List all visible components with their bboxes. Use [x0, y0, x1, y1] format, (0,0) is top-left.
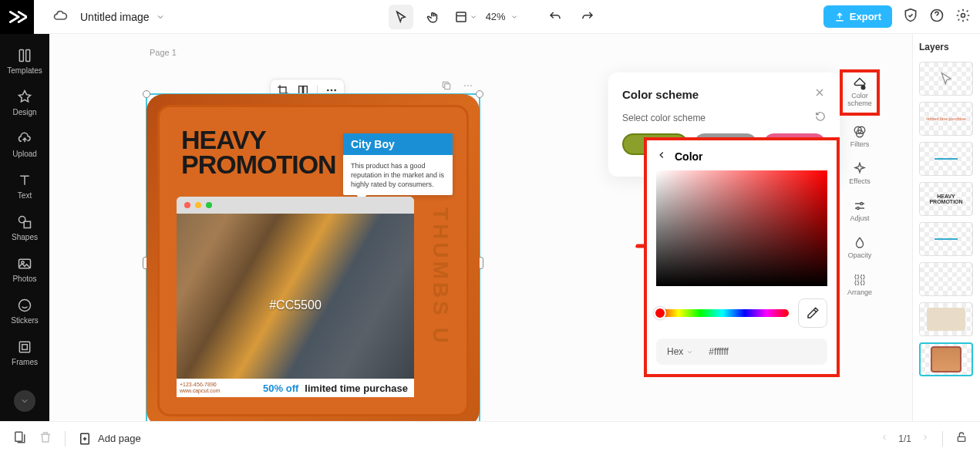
sidebar-shapes[interactable]: Shapes [0, 208, 49, 247]
undo-button[interactable] [543, 5, 567, 29]
layer-thumb[interactable] [919, 342, 973, 376]
arrange-tool[interactable]: Arrange [847, 268, 872, 301]
sidebar-text[interactable]: Text [0, 167, 49, 205]
cloud-icon[interactable] [52, 8, 68, 26]
svg-point-16 [334, 89, 336, 92]
svg-point-18 [464, 85, 466, 86]
zoom-level[interactable]: 42% [486, 11, 518, 22]
more-icon[interactable] [463, 80, 473, 94]
callout-title: City Boy [343, 133, 453, 155]
close-icon[interactable] [813, 86, 826, 102]
trash-icon[interactable] [39, 430, 52, 447]
lock-icon[interactable] [955, 431, 968, 446]
hand-tool[interactable] [421, 5, 446, 29]
resize-tool[interactable] [453, 5, 478, 29]
chevron-down-icon [510, 13, 518, 21]
panel-title: Color scheme [622, 88, 699, 101]
callout-box: City Boy This product has a good reputat… [343, 133, 453, 195]
sidebar-templates[interactable]: Templates [0, 42, 49, 80]
document-title[interactable]: Untitled image [80, 11, 165, 23]
bottom-bar: Add page 1/1 [0, 421, 980, 455]
chevron-down-icon [470, 13, 477, 21]
filters-tool[interactable]: Filters [850, 120, 870, 153]
sidebar-more[interactable] [14, 390, 35, 412]
effects-tool[interactable]: Effects [849, 157, 870, 190]
svg-point-2 [961, 13, 965, 17]
layer-thumb[interactable] [919, 62, 973, 96]
discount-text: 50% off [263, 383, 298, 394]
product-photo: #CC5500 [177, 214, 414, 397]
layers-title: Layers [919, 42, 974, 52]
hex-input-row: Hex #ffffff [656, 339, 827, 365]
redo-button[interactable] [575, 5, 600, 29]
svg-point-19 [467, 85, 469, 86]
svg-point-14 [327, 89, 329, 92]
opacity-tool[interactable]: Opacity [848, 231, 872, 264]
canvas-area[interactable]: Page 1 HEAVY PROMOTION [49, 34, 912, 421]
cta-text: limited time purchase [305, 383, 408, 394]
top-center-tools: 42% [389, 5, 600, 29]
sidebar-photos[interactable]: Photos [0, 250, 49, 288]
app-logo[interactable] [0, 0, 34, 34]
color-scheme-tool[interactable]: Color scheme [840, 69, 880, 116]
sidebar-stickers[interactable]: Stickers [0, 292, 49, 330]
layer-thumb[interactable] [919, 222, 973, 256]
hue-handle[interactable] [654, 307, 666, 319]
layer-thumb[interactable]: HEAVY PROMOTION [919, 182, 973, 216]
eyedropper-button[interactable] [798, 298, 827, 328]
adjust-tool[interactable]: Adjust [850, 194, 869, 227]
saturation-value-picker[interactable] [656, 170, 827, 286]
left-sidebar: Templates Design Upload Text Shapes Phot… [0, 34, 49, 421]
artboard-selection[interactable]: HEAVY PROMOTION City Boy This product ha… [146, 94, 480, 421]
layer-thumb[interactable] [919, 262, 973, 296]
sidebar-design[interactable]: Design [0, 83, 49, 122]
layer-thumb[interactable] [919, 142, 973, 176]
page-indicator: 1/1 [898, 433, 911, 444]
callout-body: This product has a good reputation in th… [343, 155, 453, 195]
page-navigation: 1/1 [880, 431, 968, 447]
select-tool[interactable] [389, 5, 413, 29]
page-label: Page 1 [150, 48, 177, 57]
zoom-value: 42% [486, 11, 506, 22]
browser-mockup: #CC5500 [177, 197, 414, 397]
artboard: HEAVY PROMOTION City Boy This product ha… [146, 94, 480, 421]
reset-icon[interactable] [815, 111, 826, 124]
back-icon[interactable] [656, 150, 667, 163]
color-picker-title: Color [675, 150, 703, 163]
svg-point-21 [861, 86, 865, 89]
next-page[interactable] [921, 433, 930, 444]
top-right: Export [823, 5, 971, 28]
layer-thumb[interactable]: limited time purchase [919, 102, 973, 136]
add-page-button[interactable]: Add page [78, 432, 141, 446]
layers-panel: Layers limited time purchase HEAVY PROMO… [912, 34, 980, 421]
color-format-select[interactable]: Hex [667, 346, 693, 357]
promo-footer: +123-456-7890 www.capcut.com 50% off lim… [177, 379, 414, 397]
svg-point-25 [860, 202, 863, 204]
svg-point-20 [470, 85, 472, 86]
svg-rect-12 [299, 86, 303, 95]
svg-point-9 [19, 299, 31, 311]
sidebar-frames[interactable]: Frames [0, 333, 49, 372]
hex-overlay: #CC5500 [269, 298, 322, 312]
add-page-icon [78, 432, 92, 446]
top-bar: Untitled image 42% Export [0, 0, 980, 34]
svg-rect-0 [456, 12, 466, 22]
hue-slider[interactable] [656, 309, 789, 317]
help-icon[interactable] [929, 8, 945, 26]
sidebar-upload[interactable]: Upload [0, 125, 49, 163]
vertical-text: THUMBS U [428, 207, 453, 346]
document-title-text: Untitled image [80, 11, 150, 23]
prev-page[interactable] [880, 433, 889, 444]
duplicate-icon[interactable] [441, 80, 452, 94]
svg-rect-11 [22, 344, 28, 349]
shield-icon[interactable] [903, 8, 918, 26]
layer-thumb[interactable] [919, 302, 973, 336]
svg-point-26 [857, 207, 859, 209]
chevron-down-icon [156, 12, 165, 22]
hex-value[interactable]: #ffffff [709, 346, 729, 357]
pages-icon[interactable] [12, 430, 26, 447]
export-button[interactable]: Export [823, 5, 892, 28]
upload-icon [834, 12, 845, 22]
settings-icon[interactable] [955, 8, 971, 26]
color-picker-popup: Color Hex #ffffff [644, 137, 840, 377]
